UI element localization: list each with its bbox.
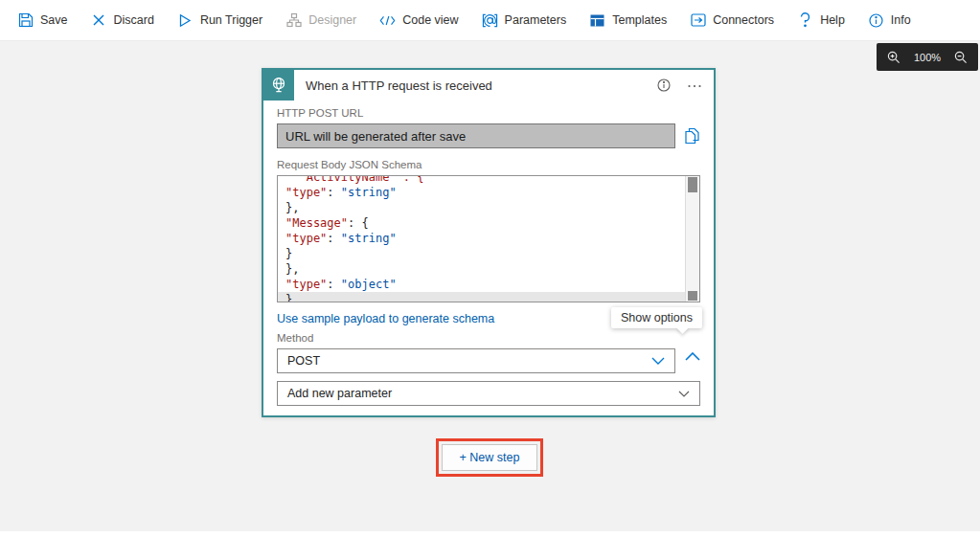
toolbar-item-discard[interactable]: Discard [80, 0, 166, 40]
chevron-down-icon [678, 391, 690, 397]
toolbar-item-label: Designer [308, 13, 356, 27]
toolbar-item-label: Templates [612, 13, 667, 27]
hide-options-chevron-icon[interactable] [685, 352, 700, 361]
toolbar-item-label: Save [40, 13, 68, 27]
schema-line: } [278, 292, 699, 302]
scrollbar-corner [688, 291, 697, 301]
trigger-card-body: HTTP POST URL URL will be generated afte… [263, 101, 714, 415]
schema-code-lines: "ActivityName" : {"type": "string"},"Mes… [285, 175, 684, 302]
help-icon [797, 12, 813, 29]
zoom-controls: 100% [877, 43, 978, 71]
logic-apps-designer: { "colors":{ "accent_blue":"#0078d4", "c… [0, 0, 980, 537]
schema-line: "Message": { [285, 215, 684, 231]
designer-canvas: 100% When a HTTP request is received [0, 41, 980, 531]
toolbar-item-label: Code view [402, 13, 458, 27]
toolbar-item-templates[interactable]: Templates [578, 0, 678, 40]
code-view-icon [379, 12, 396, 29]
scrollbar-thumb[interactable] [688, 177, 697, 192]
trigger-card-title: When a HTTP request is received [294, 78, 657, 93]
schema-label: Request Body JSON Schema [277, 158, 700, 171]
schema-line: "ActivityName" : { [285, 175, 684, 185]
http-post-url-field: URL will be generated after save [277, 123, 675, 148]
annotation-highlight-rect: + New step [436, 438, 543, 477]
toolbar-item-label: Parameters [505, 13, 567, 27]
discard-icon [91, 12, 107, 29]
method-label: Method [277, 331, 700, 345]
add-new-parameter-select[interactable]: Add new parameter [277, 381, 700, 406]
show-options-tooltip: Show options [611, 307, 702, 328]
toolbar-item-info[interactable]: Info [856, 0, 923, 40]
method-row: POST [277, 348, 700, 373]
method-value: POST [287, 354, 651, 368]
connectors-icon [690, 12, 706, 29]
http-request-trigger-card: When a HTTP request is received HTTP [262, 68, 716, 417]
http-post-url-row: URL will be generated after save [277, 123, 700, 148]
parameters-icon [482, 12, 498, 29]
http-post-url-label: HTTP POST URL [277, 106, 700, 120]
toolbar-item-label: Connectors [713, 13, 774, 27]
toolbar-item-save[interactable]: Save [6, 0, 80, 40]
trigger-card-header-actions [657, 78, 714, 92]
toolbar-item-help[interactable]: Help [786, 0, 856, 40]
command-toolbar: SaveDiscardRun TriggerDesignerCode viewP… [0, 0, 980, 41]
copy-url-icon[interactable] [684, 127, 700, 145]
new-step-button[interactable]: + New step [442, 444, 537, 471]
schema-line: }, [285, 261, 684, 277]
zoom-out-icon[interactable] [954, 51, 968, 64]
zoom-in-icon[interactable] [887, 51, 900, 64]
templates-icon [589, 12, 605, 29]
save-icon [17, 12, 34, 29]
trigger-card-header[interactable]: When a HTTP request is received [263, 70, 714, 101]
schema-line: } [285, 246, 684, 261]
toolbar-item-code-view[interactable]: Code view [368, 0, 469, 40]
add-new-parameter-label: Add new parameter [287, 387, 678, 400]
info-icon[interactable] [657, 78, 671, 92]
toolbar-item-designer: Designer [274, 0, 368, 40]
schema-editor[interactable]: "ActivityName" : {"type": "string"},"Mes… [277, 175, 700, 302]
schema-line: "type": "string" [285, 231, 684, 246]
toolbar-item-label: Info [891, 13, 911, 27]
run-trigger-icon [177, 12, 194, 29]
zoom-level-label: 100% [914, 52, 941, 63]
toolbar-item-connectors[interactable]: Connectors [678, 0, 786, 40]
chevron-down-icon [651, 357, 665, 365]
schema-line: "type": "string" [285, 185, 684, 200]
method-select[interactable]: POST [277, 348, 675, 373]
schema-line: }, [285, 200, 684, 215]
toolbar-item-label: Discard [114, 13, 154, 27]
toolbar-item-parameters[interactable]: Parameters [470, 0, 579, 40]
toolbar-item-run-trigger[interactable]: Run Trigger [166, 0, 274, 40]
ellipsis-menu-icon[interactable] [687, 78, 702, 92]
method-section: Show options Method POST [277, 331, 700, 406]
schema-scrollbar[interactable] [685, 176, 699, 302]
schema-line: "type": "object" [285, 277, 684, 292]
info-icon [868, 12, 884, 29]
use-sample-payload-link[interactable]: Use sample payload to generate schema [277, 312, 494, 325]
toolbar-item-label: Run Trigger [200, 13, 262, 27]
designer-icon [285, 12, 302, 29]
toolbar-item-label: Help [820, 13, 845, 27]
http-request-icon [263, 70, 294, 101]
